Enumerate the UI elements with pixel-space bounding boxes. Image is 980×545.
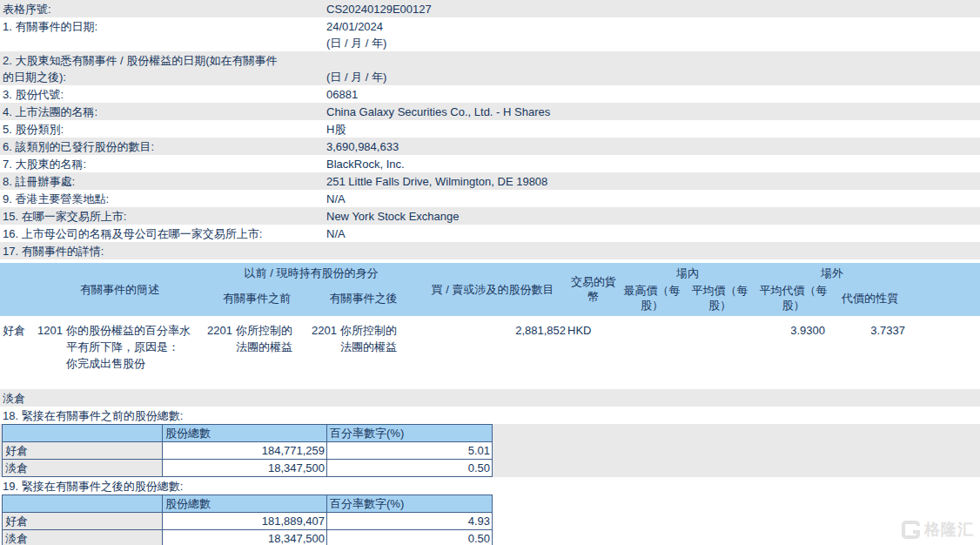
- col-header-before-event: 有關事件之前: [205, 291, 309, 306]
- form-row: 8. 註冊辦事處: 251 Little Falls Drive, Wilmin…: [0, 172, 980, 190]
- col-header-percentage: 百分率數字(%): [327, 425, 493, 442]
- form-serial-number: CS20240129E00127: [326, 1, 432, 17]
- row-label: 16. 上市母公司的名稱及母公司在哪一家交易所上市:: [0, 225, 326, 242]
- col-header-highest-price: 最高價（每股）: [620, 283, 684, 313]
- col-group-on-exchange: 場內: [620, 266, 755, 283]
- form-row: 3. 股份代號: 06881: [0, 85, 980, 103]
- capacity-after-text: 你所控制的法團的權益: [340, 322, 406, 355]
- listed-corporation-name: China Galaxy Securities Co., Ltd. - H Sh…: [326, 104, 550, 120]
- table-row: 淡倉 18,347,500 0.50: [3, 460, 493, 477]
- parent-company-listing: N/A: [326, 225, 346, 242]
- percentage-value: 0.50: [327, 460, 493, 477]
- capacity-after-cell: 2201 你所控制的法團的權益: [309, 322, 418, 381]
- capacity-code: 2201: [312, 322, 340, 339]
- event-code: 1201: [37, 322, 66, 339]
- watermark-text: 格隆汇: [924, 519, 974, 540]
- total-shares-value: 181,889,407: [163, 513, 327, 530]
- col-header-after-event: 有關事件之後: [309, 291, 418, 306]
- position-label: 好倉: [0, 322, 35, 381]
- highest-price-value: 3.9300: [620, 322, 827, 381]
- average-price-value: 3.7337: [827, 322, 907, 381]
- share-class: H股: [326, 121, 346, 138]
- relevant-event-date: 24/01/2024 (日 / 月 / 年): [326, 18, 386, 51]
- row-label: 9. 香港主要營業地點:: [0, 191, 326, 207]
- row-label: 15. 在哪一家交易所上市:: [0, 208, 326, 225]
- position-label: 好倉: [3, 513, 163, 530]
- total-shares-value: 184,771,259: [163, 442, 327, 460]
- form-row: 15. 在哪一家交易所上市: New York Stock Exchange: [0, 207, 980, 225]
- table-header-row: 股份總數 百分率數字(%): [3, 495, 493, 513]
- position-label: 好倉: [3, 442, 163, 460]
- col-header-percentage: 百分率數字(%): [327, 495, 493, 513]
- form-row: 16. 上市母公司的名稱及母公司在哪一家交易所上市: N/A: [0, 225, 980, 242]
- col-group-off-exchange: 場外: [755, 266, 909, 283]
- issued-shares-count: 3,690,984,633: [326, 138, 399, 155]
- registered-office: 251 Little Falls Drive, Wilmington, DE 1…: [326, 173, 547, 190]
- listing-exchange: New York Stock Exchange: [326, 208, 459, 225]
- form-row: 9. 香港主要營業地點: N/A: [0, 190, 980, 207]
- event-row-short-position: 淡倉: [0, 389, 980, 407]
- capacity-before-text: 你所控制的法團的權益: [236, 322, 302, 355]
- totals-before-table: 股份總數 百分率數字(%) 好倉 184,771,259 5.01 淡倉 18,…: [2, 424, 493, 477]
- gelonghui-watermark: 格隆汇: [902, 519, 974, 540]
- col-header-average-price: 平均價（每股）: [684, 283, 755, 313]
- event-row-long-position: 好倉 1201 你的股份權益的百分率水平有所下降，原因是： 你完成出售股份 22…: [0, 316, 980, 389]
- total-shares-value: 18,347,500: [163, 530, 327, 545]
- total-shares-value: 18,347,500: [163, 460, 327, 477]
- event-table-header: 有關事件的簡述 以前 / 現時持有股份的身分 有關事件之前 有關事件之後 買 /…: [0, 263, 980, 316]
- capacity-code: 2201: [207, 322, 236, 339]
- form-row: 1. 有關事件的日期: 24/01/2024 (日 / 月 / 年): [0, 17, 980, 51]
- capacity-before-cell: 2201 你所控制的法團的權益: [205, 322, 309, 381]
- row-label: 17. 有關事件的詳情:: [0, 243, 326, 259]
- section-18-title: 18. 緊接在有關事件之前的股份總數:: [0, 407, 980, 424]
- hk-place-of-business: N/A: [326, 191, 346, 207]
- gelonghui-logo-icon: [902, 521, 920, 539]
- event-description-text: 你的股份權益的百分率水平有所下降，原因是： 你完成出售股份: [66, 322, 197, 372]
- col-header-total-shares: 股份總數: [163, 495, 327, 513]
- row-label: 3. 股份代號:: [0, 86, 326, 103]
- table-row: 好倉 181,889,407 4.93: [3, 513, 493, 530]
- event-description-cell: 1201 你的股份權益的百分率水平有所下降，原因是： 你完成出售股份: [35, 322, 205, 381]
- currency-value: HKD: [567, 322, 620, 381]
- form-row: 表格序號: CS20240129E00127: [0, 0, 980, 17]
- col-header-consideration-nature: 代價的性質: [831, 291, 909, 306]
- row-label: 表格序號:: [0, 1, 326, 17]
- col-header-currency: 交易的貨幣: [567, 274, 620, 304]
- percentage-value: 4.93: [327, 513, 493, 530]
- position-label: 淡倉: [3, 460, 163, 477]
- col-header-shares-involved: 買 / 賣或涉及的股份數目: [418, 282, 567, 297]
- row-label: 4. 上市法團的名稱:: [0, 104, 326, 120]
- col-group-capacity: 以前 / 現時持有股份的身分: [205, 266, 418, 283]
- position-label: 淡倉: [3, 530, 163, 545]
- totals-before-table-area: 股份總數 百分率數字(%) 好倉 184,771,259 5.01 淡倉 18,…: [0, 424, 980, 477]
- totals-after-table: 股份總數 百分率數字(%) 好倉 181,889,407 4.93 淡倉 18,…: [2, 495, 493, 545]
- percentage-value: 5.01: [327, 442, 493, 460]
- table-row: 好倉 184,771,259 5.01: [3, 442, 493, 460]
- stock-code: 06881: [326, 86, 358, 103]
- percentage-value: 0.50: [327, 530, 493, 545]
- disclosure-form-page: 表格序號: CS20240129E00127 1. 有關事件的日期: 24/01…: [0, 0, 980, 545]
- form-row: 7. 大股東的名稱: BlackRock, Inc.: [0, 155, 980, 172]
- section-19-title: 19. 緊接在有關事件之後的股份總數:: [0, 477, 980, 495]
- row-label: 5. 股份類別:: [0, 121, 326, 138]
- col-header-description: 有關事件的簡述: [35, 282, 205, 297]
- form-row: 6. 該類別的已發行股份的數目: 3,690,984,633: [0, 138, 980, 155]
- form-row: 2. 大股東知悉有關事件 / 股份權益的日期(如在有關事件 的日期之後): (日…: [0, 51, 980, 85]
- awareness-date-format: (日 / 月 / 年): [326, 69, 386, 85]
- row-label: 8. 註冊辦事處:: [0, 173, 326, 190]
- table-header-row: 股份總數 百分率數字(%): [3, 425, 493, 442]
- shares-involved-value: 2,881,852: [418, 322, 567, 381]
- row-label: 7. 大股東的名稱:: [0, 156, 326, 172]
- row-label: 2. 大股東知悉有關事件 / 股份權益的日期(如在有關事件 的日期之後):: [0, 52, 326, 85]
- col-header-total-shares: 股份總數: [163, 425, 327, 442]
- form-row: 4. 上市法團的名稱: China Galaxy Securities Co.,…: [0, 103, 980, 120]
- totals-after-table-area: 股份總數 百分率數字(%) 好倉 181,889,407 4.93 淡倉 18,…: [0, 495, 980, 545]
- substantial-shareholder-name: BlackRock, Inc.: [326, 156, 405, 172]
- form-row: 17. 有關事件的詳情:: [0, 242, 980, 259]
- row-label: 1. 有關事件的日期:: [0, 18, 326, 35]
- col-header-average-consideration: 平均代價（每股）: [755, 283, 831, 313]
- form-row: 5. 股份類別: H股: [0, 120, 980, 138]
- table-row: 淡倉 18,347,500 0.50: [3, 530, 493, 545]
- row-label: 6. 該類別的已發行股份的數目:: [0, 138, 326, 155]
